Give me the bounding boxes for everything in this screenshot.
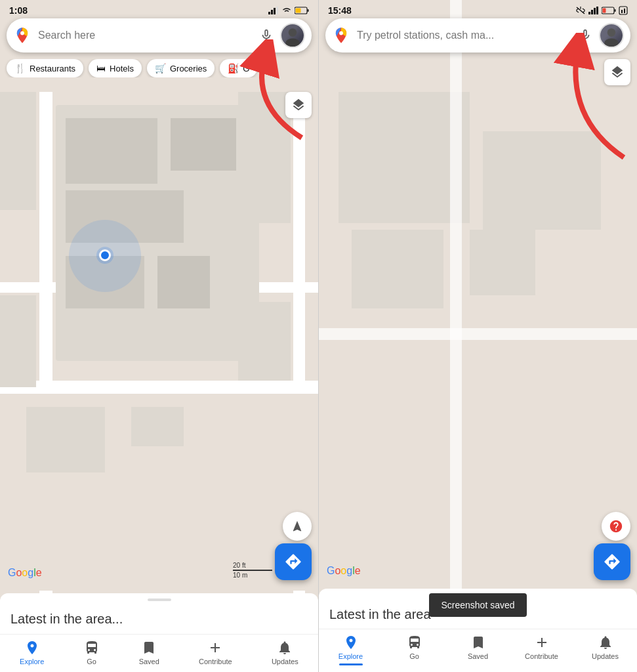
- svg-rect-19: [603, 9, 606, 13]
- bottom-nav-left: Explore Go Saved Contribute: [0, 634, 318, 672]
- svg-rect-2: [274, 8, 276, 14]
- wifi-icon-left: [281, 7, 292, 14]
- restaurant-icon: 🍴: [14, 63, 26, 74]
- tab-contribute-right[interactable]: Contribute: [510, 629, 573, 672]
- status-bar-left: 1:08: [0, 0, 318, 18]
- explore-underline-right: [339, 663, 363, 665]
- svg-rect-5: [308, 9, 309, 12]
- svg-point-7: [20, 32, 24, 35]
- grocery-icon: 🛒: [155, 63, 166, 74]
- bottom-sheet-left: Latest in the area... Explore Go Saved: [0, 593, 318, 672]
- avatar-image-left: [281, 23, 304, 48]
- sim-icon-right: [619, 6, 628, 15]
- search-bar-left[interactable]: Search here: [7, 18, 312, 52]
- svg-rect-3: [276, 7, 278, 14]
- search-bar-right[interactable]: Try petrol stations, cash ma...: [325, 18, 630, 52]
- navigate-icon-left: [291, 520, 304, 533]
- report-icon-right: [609, 519, 623, 534]
- tab-go-icon-right: [407, 635, 422, 650]
- svg-rect-13: [588, 12, 590, 14]
- screenshot-toast-right: Screenshot saved: [319, 593, 637, 617]
- search-text-left: Search here: [38, 30, 254, 41]
- chip-restaurants-label: Restaurants: [30, 64, 75, 74]
- svg-rect-15: [594, 8, 596, 14]
- contribute-icon-left: [207, 640, 223, 656]
- nav-saved-left[interactable]: Saved: [139, 640, 159, 665]
- signal-icon-right: [588, 7, 599, 14]
- svg-rect-1: [271, 10, 273, 14]
- directions-fab-left[interactable]: [275, 543, 312, 580]
- avatar-inner-right: [600, 24, 623, 47]
- scale-text-ft: 20 ft: [233, 562, 245, 569]
- nav-go-label-left: Go: [87, 658, 96, 665]
- avatar-image-right: [600, 23, 623, 48]
- maps-logo-right: [332, 26, 350, 45]
- latest-area-text-left: Latest in the area...: [0, 606, 318, 633]
- layers-btn-right[interactable]: [604, 59, 630, 85]
- mic-icon-right[interactable]: [578, 28, 592, 43]
- svg-point-24: [607, 28, 616, 37]
- avatar-right[interactable]: [599, 23, 624, 48]
- location-dot-left: [99, 249, 111, 261]
- svg-rect-6: [296, 9, 301, 13]
- chip-gas-label: G: [243, 64, 249, 74]
- tab-explore-label-right: Explore: [339, 652, 363, 660]
- svg-rect-10: [281, 24, 304, 47]
- hotel-icon: 🛏: [96, 63, 106, 74]
- chip-groceries[interactable]: 🛒 Groceries: [147, 59, 215, 77]
- maps-logo-left: [13, 26, 31, 45]
- right-phone-panel: 15:48: [319, 0, 637, 672]
- updates-icon-left: [277, 640, 293, 656]
- tab-saved-right[interactable]: Saved: [446, 629, 510, 672]
- tab-explore-icon-right: [343, 635, 359, 650]
- svg-point-23: [339, 32, 343, 35]
- go-icon-left: [84, 640, 100, 656]
- battery-icon-left: [295, 7, 309, 14]
- directions-icon-right: [603, 553, 621, 571]
- avatar-left[interactable]: [280, 23, 305, 48]
- navigate-btn-left[interactable]: [283, 512, 312, 541]
- status-icons-right: [575, 6, 628, 15]
- tab-saved-label-right: Saved: [468, 652, 488, 660]
- tab-explore-right[interactable]: Explore: [319, 629, 382, 672]
- svg-point-25: [604, 38, 618, 47]
- category-chips-left: 🍴 Restaurants 🛏 Hotels 🛒 Groceries ⛽ G: [0, 59, 318, 77]
- search-text-right: Try petrol stations, cash ma...: [357, 30, 573, 41]
- scale-text-m: 10 m: [233, 572, 247, 579]
- chip-gas[interactable]: ⛽ G: [220, 59, 257, 77]
- nav-updates-left[interactable]: Updates: [272, 640, 298, 665]
- report-btn-right[interactable]: [602, 512, 630, 541]
- google-logo-left: Google: [8, 567, 42, 579]
- svg-rect-21: [621, 10, 623, 13]
- directions-fab-right[interactable]: [594, 543, 630, 580]
- explore-icon-left: [24, 640, 40, 656]
- left-phone-panel: 1:08: [0, 0, 319, 672]
- tab-go-right[interactable]: Go: [382, 629, 446, 672]
- chip-hotels[interactable]: 🛏 Hotels: [89, 59, 142, 77]
- battery-icon-right: [602, 7, 616, 14]
- nav-go-left[interactable]: Go: [84, 640, 100, 665]
- tab-updates-icon-right: [598, 635, 613, 650]
- tab-updates-label-right: Updates: [592, 652, 619, 660]
- scale-bar-left: 20 ft 10 m: [233, 562, 272, 579]
- tab-updates-right[interactable]: Updates: [573, 629, 637, 672]
- mic-icon-left[interactable]: [259, 28, 274, 43]
- chip-restaurants[interactable]: 🍴 Restaurants: [7, 59, 83, 77]
- google-logo-right: Google: [327, 565, 361, 577]
- status-icons-left: [268, 7, 309, 14]
- nav-updates-label-left: Updates: [272, 658, 298, 665]
- svg-rect-16: [596, 7, 598, 14]
- signal-icon-left: [268, 7, 279, 14]
- toast-text-right: Screenshot saved: [429, 593, 526, 617]
- tab-contribute-icon-right: [534, 635, 550, 650]
- nav-explore-left[interactable]: Explore: [20, 640, 44, 665]
- tab-row-right: Explore Go Saved Contribute: [319, 629, 637, 672]
- mute-icon-right: [575, 6, 586, 15]
- chip-hotels-label: Hotels: [110, 64, 134, 74]
- svg-rect-22: [624, 9, 625, 13]
- layers-btn-left[interactable]: [285, 92, 312, 118]
- nav-contribute-left[interactable]: Contribute: [199, 640, 232, 665]
- sheet-handle-left: [148, 598, 171, 601]
- saved-icon-left: [141, 640, 157, 656]
- map-right[interactable]: [319, 0, 637, 672]
